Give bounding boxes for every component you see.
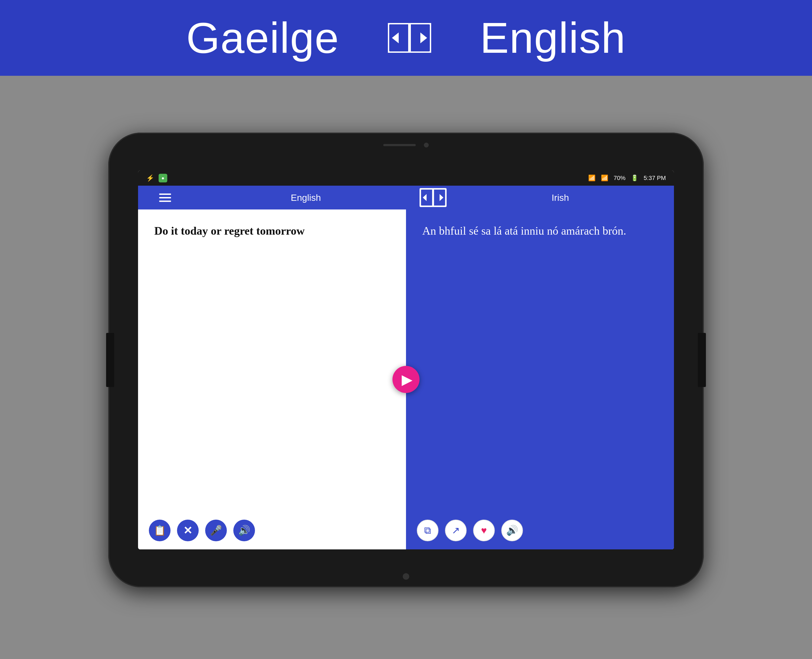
app-header: English Irish [138, 186, 674, 210]
speaker-icon: 🔊 [238, 525, 251, 536]
header-menu[interactable] [138, 194, 192, 202]
favorite-button[interactable]: ♥ [473, 520, 495, 541]
status-bar-left: ⚡ ● [146, 174, 167, 183]
svg-marker-2 [420, 33, 427, 43]
clear-button[interactable]: ✕ [177, 520, 199, 541]
tablet-wrapper: ⚡ ● 📶 📶 70% 🔋 5:37 PM [81, 76, 731, 644]
share-button[interactable]: ↗ [445, 520, 467, 541]
banner-source-lang: Gaeilge [186, 13, 339, 63]
clock: 5:37 PM [644, 175, 666, 181]
translate-button[interactable]: ▶ [393, 366, 419, 393]
output-panel: An bhfuil sé sa lá atá inniu nó amárach … [406, 210, 674, 549]
tablet-screen: ⚡ ● 📶 📶 70% 🔋 5:37 PM [138, 170, 674, 549]
wifi-icon: 📶 [588, 175, 596, 181]
input-panel: Do it today or regret tomorrow 📋 ✕ 🎤 🔊 [138, 210, 406, 549]
output-speaker-icon: 🔊 [506, 525, 518, 536]
svg-marker-3 [392, 33, 399, 43]
hamburger-line-2 [159, 197, 171, 199]
battery-icon: 🔋 [631, 175, 638, 181]
tablet-camera [424, 143, 429, 148]
mic-icon: 🎤 [210, 525, 222, 536]
clear-icon: ✕ [183, 524, 192, 537]
status-bar: ⚡ ● 📶 📶 70% 🔋 5:37 PM [138, 170, 674, 186]
usb-icon: ⚡ [146, 174, 154, 182]
copy-icon: ⧉ [424, 525, 431, 536]
translate-arrow-icon: ▶ [402, 371, 413, 388]
tablet-top-bar [366, 142, 446, 148]
heart-icon: ♥ [481, 525, 487, 536]
header-source-lang[interactable]: English [192, 192, 419, 203]
battery-pct: 70% [613, 175, 626, 181]
header-target-lang[interactable]: Irish [446, 192, 674, 203]
hamburger-line-3 [159, 200, 171, 202]
copy-button[interactable]: ⧉ [417, 520, 438, 541]
speaker-grill-left [106, 333, 114, 387]
signal-icon: 📶 [601, 175, 608, 181]
output-actions: ⧉ ↗ ♥ 🔊 [406, 511, 674, 549]
input-text[interactable]: Do it today or regret tomorrow [138, 210, 406, 511]
hamburger-line-1 [159, 194, 171, 195]
input-speaker-button[interactable]: 🔊 [233, 520, 255, 541]
top-banner: Gaeilge English [0, 0, 812, 76]
app-notification-icon: ● [159, 174, 167, 183]
mic-button[interactable]: 🎤 [205, 520, 227, 541]
output-text: An bhfuil sé sa lá atá inniu nó amárach … [406, 210, 674, 511]
input-actions: 📋 ✕ 🎤 🔊 [138, 511, 406, 549]
header-swap-icon[interactable] [419, 188, 446, 207]
tablet-device: ⚡ ● 📶 📶 70% 🔋 5:37 PM [108, 132, 704, 587]
main-content: Do it today or regret tomorrow 📋 ✕ 🎤 🔊 [138, 210, 674, 549]
tablet-speaker [383, 144, 416, 146]
banner-target-lang: English [480, 13, 626, 63]
home-button[interactable] [403, 573, 409, 580]
svg-marker-7 [423, 194, 427, 201]
speaker-grill-right [698, 333, 706, 387]
clipboard-button[interactable]: 📋 [149, 520, 170, 541]
share-icon: ↗ [452, 525, 460, 536]
status-bar-right: 📶 📶 70% 🔋 5:37 PM [588, 175, 666, 181]
hamburger-icon[interactable] [159, 194, 171, 202]
clipboard-icon: 📋 [154, 525, 166, 536]
output-speaker-button[interactable]: 🔊 [501, 520, 523, 541]
banner-swap-icon [388, 23, 431, 53]
svg-marker-6 [440, 194, 443, 201]
